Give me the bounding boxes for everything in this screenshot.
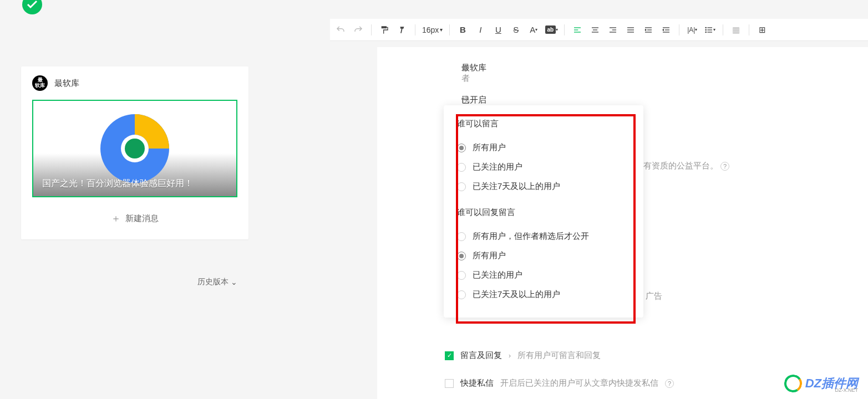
meta-author-label: 作者 (377, 63, 461, 84)
comment-label: 留言及回复 (460, 350, 502, 361)
format-paint-button[interactable] (376, 22, 393, 38)
browser-logo-icon (99, 112, 171, 185)
strikethrough-button[interactable]: S (507, 22, 524, 38)
insert-button[interactable]: ⊞ (754, 22, 770, 38)
card-header: 最软库 最软库 (21, 66, 248, 100)
svg-point-25 (705, 29, 706, 30)
side-text-ad: 广告 (646, 291, 662, 301)
radio-icon (457, 182, 466, 191)
fontsize-value: 16px (422, 25, 439, 34)
radio-icon (457, 144, 466, 152)
comment-reply-setting-row[interactable]: ✓ 留言及回复 › 所有用户可留言和回复 (445, 350, 601, 361)
chevron-down-icon: ▾ (440, 27, 443, 33)
radio-icon (457, 163, 466, 172)
svg-point-24 (705, 27, 706, 28)
history-label: 历史版本 (197, 277, 229, 287)
who-reply-option-2[interactable]: 已关注的用户 (457, 265, 630, 285)
align-center-button[interactable] (587, 22, 603, 38)
new-message-button[interactable]: ＋ 新建消息 (21, 197, 248, 239)
chevron-right-icon: › (509, 352, 511, 360)
article-card: 最软库 最软库 国产之光！百分浏览器体验感巨好用！ ＋ 新建消息 (21, 66, 248, 239)
clear-format-button[interactable] (394, 22, 410, 38)
watermark-icon (783, 373, 804, 394)
help-icon[interactable]: ? (720, 162, 729, 171)
radio-icon (457, 271, 466, 280)
quick-dm-desc: 开启后已关注的用户可从文章内快捷发私信 (500, 378, 658, 388)
svg-point-2 (125, 139, 145, 158)
editor-toolbar: 16px ▾ B I U S A▾ ab▾ |A|▾ ▾ ▦ ⊞ (330, 19, 868, 41)
highlight-button[interactable]: ab▾ (543, 22, 560, 38)
list-button[interactable]: ▾ (702, 22, 718, 38)
align-right-button[interactable] (605, 22, 621, 38)
meta-author-value: 最软库 (461, 63, 486, 84)
radio-label: 所有用户 (473, 142, 506, 153)
app-logo (22, 0, 42, 14)
svg-point-26 (705, 32, 706, 32)
who-can-reply-title: 谁可以回复留言 (457, 207, 630, 218)
comment-checkbox[interactable]: ✓ (445, 351, 454, 360)
separator (415, 24, 415, 35)
indent-button[interactable] (640, 22, 657, 38)
who-comment-option-0[interactable]: 所有用户 (457, 138, 630, 157)
separator (449, 24, 450, 35)
help-icon[interactable]: ? (665, 379, 674, 388)
card-preview-image[interactable]: 国产之光！百分浏览器体验感巨好用！ (32, 100, 237, 197)
radio-icon (457, 252, 466, 260)
comment-desc: 所有用户可留言和回复 (517, 350, 601, 361)
outdent-button[interactable] (658, 22, 674, 38)
bold-button[interactable]: B (454, 22, 471, 38)
who-reply-option-0[interactable]: 所有用户，但作者精选后才公开 (457, 227, 630, 246)
card-author: 最软库 (54, 78, 79, 89)
who-comment-option-2[interactable]: 已关注7天及以上的用户 (457, 177, 630, 196)
font-color-button[interactable]: A▾ (525, 22, 542, 38)
radio-label: 所有用户 (473, 250, 506, 261)
card-caption: 国产之光！百分浏览器体验感巨好用！ (42, 178, 193, 190)
chevron-down-icon: ⌄ (231, 278, 237, 287)
watermark: DZ插件网 DZ-X.NET (784, 375, 858, 392)
radio-label: 已关注的用户 (473, 162, 522, 172)
radio-label: 已关注7天及以上的用户 (473, 181, 560, 192)
radio-icon (457, 290, 466, 299)
undo-button[interactable] (332, 22, 349, 38)
who-reply-option-3[interactable]: 已关注7天及以上的用户 (457, 285, 630, 304)
comment-settings-popup: 谁可以留言 所有用户已关注的用户已关注7天及以上的用户 谁可以回复留言 所有用户… (444, 105, 643, 318)
align-justify-button[interactable] (622, 22, 639, 38)
radio-label: 已关注7天及以上的用户 (473, 289, 560, 300)
quick-dm-label: 快捷私信 (460, 378, 494, 388)
redo-button[interactable] (350, 22, 367, 38)
underline-button[interactable]: U (490, 22, 506, 38)
radio-label: 已关注的用户 (473, 270, 522, 280)
italic-button[interactable]: I (472, 22, 489, 38)
separator (371, 24, 372, 35)
separator (679, 24, 679, 35)
who-comment-option-1[interactable]: 已关注的用户 (457, 157, 630, 177)
side-text-charity: 有资质的公益平台。 ? (643, 161, 729, 171)
separator (564, 24, 565, 35)
new-message-label: 新建消息 (125, 213, 159, 224)
separator (723, 24, 723, 35)
align-left-button[interactable] (569, 22, 586, 38)
check-icon: ✓ (447, 352, 452, 359)
plus-icon: ＋ (111, 212, 121, 225)
more-format-button[interactable]: ▦ (728, 22, 744, 38)
quick-dm-checkbox[interactable] (445, 379, 454, 388)
watermark-sub: DZ-X.NET (835, 387, 859, 393)
fontsize-select[interactable]: 16px ▾ (420, 25, 445, 34)
history-versions-link[interactable]: 历史版本 ⌄ (197, 277, 237, 287)
author-avatar: 最软库 (32, 75, 48, 91)
separator (749, 24, 749, 35)
meta-author-row: 作者 最软库 (377, 57, 868, 89)
quick-dm-setting-row[interactable]: 快捷私信 开启后已关注的用户可从文章内快捷发私信 ? (445, 378, 674, 388)
radio-icon (457, 232, 466, 241)
who-can-comment-title: 谁可以留言 (457, 119, 630, 129)
who-reply-option-1[interactable]: 所有用户 (457, 246, 630, 265)
radio-label: 所有用户，但作者精选后才公开 (473, 231, 589, 242)
line-height-button[interactable]: |A|▾ (684, 22, 701, 38)
